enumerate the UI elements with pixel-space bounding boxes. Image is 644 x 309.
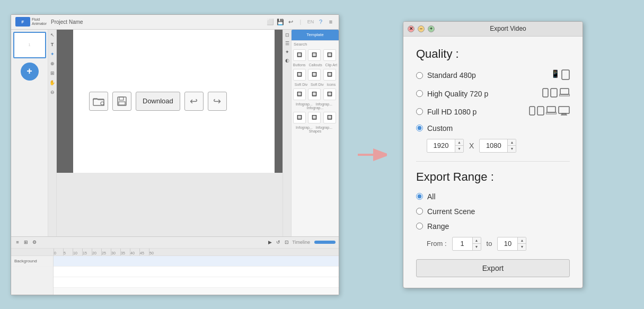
dialog-close-button[interactable]: ✕ <box>408 25 414 32</box>
asset-item[interactable]: 🔲 <box>293 89 306 100</box>
dialog-title: Export Video <box>438 25 578 32</box>
crop-icon[interactable]: ⊞ <box>49 70 56 76</box>
canvas-area-wrapper: Download ↩ ↪ ⊡ ☰ ✦ ◐ <box>57 30 291 236</box>
open-folder-button[interactable] <box>89 92 108 111</box>
quality-1080p-radio[interactable] <box>416 108 423 115</box>
ruler-mark: 30 <box>111 249 120 256</box>
quality-480p-radio[interactable] <box>416 72 423 79</box>
asset-item[interactable]: 🔲 <box>293 49 306 61</box>
ruler-mark: 20 <box>92 249 101 256</box>
asset-item[interactable]: 🔲 <box>323 112 336 123</box>
timeline-grid-icon[interactable]: ⊞ <box>23 239 29 245</box>
width-decrement-button[interactable]: ▼ <box>455 146 463 152</box>
quality-custom-row: Custom <box>416 124 570 133</box>
quality-custom-label: Custom <box>427 124 453 133</box>
from-decrement-button[interactable]: ▼ <box>473 244 481 250</box>
properties-icon[interactable]: ☰ <box>284 40 290 47</box>
save-button[interactable] <box>112 92 131 111</box>
height-spinners: ▲ ▼ <box>507 139 516 152</box>
new-file-icon[interactable]: ⬜ <box>267 18 274 25</box>
from-input[interactable]: 1 ▲ ▼ <box>452 237 481 251</box>
phone-icon <box>529 106 535 118</box>
dialog-titlebar: ✕ − + Export Video <box>403 22 583 37</box>
asset-item[interactable]: 🔲 <box>293 112 306 123</box>
asset-item[interactable]: 🔲 <box>308 112 321 123</box>
height-decrement-button[interactable]: ▼ <box>508 146 516 152</box>
template-tab[interactable]: Template <box>292 30 339 40</box>
height-increment-button[interactable]: ▲ <box>508 139 516 146</box>
zoom-icon[interactable]: ⊕ <box>49 60 56 67</box>
to-increment-button[interactable]: ▲ <box>518 237 526 244</box>
dialog-maximize-button[interactable]: + <box>428 25 435 32</box>
search-label: Search <box>292 41 339 48</box>
ruler-mark: 10 <box>73 249 82 256</box>
from-increment-button[interactable]: ▲ <box>473 237 481 244</box>
download-button[interactable]: Download <box>136 92 180 111</box>
range-current-radio[interactable] <box>416 208 423 215</box>
asset-section-infographics: 🔲 🔲 🔲 Infograp... Infograp... Infograp..… <box>292 87 339 110</box>
select-tool-icon[interactable]: ↖ <box>49 32 56 38</box>
width-input[interactable]: 1920 ▲ ▼ <box>427 139 464 153</box>
asset-item[interactable]: 🔲 <box>308 89 321 100</box>
quality-720p-radio[interactable] <box>416 90 423 97</box>
dialog-minimize-button[interactable]: − <box>418 25 425 32</box>
cursor-tool-icon[interactable]: ✦ <box>49 51 56 57</box>
layers-icon[interactable]: ⊡ <box>284 32 290 38</box>
hand-icon[interactable]: ✋ <box>49 80 56 86</box>
asset-item[interactable]: 🔲 <box>308 69 321 81</box>
width-increment-button[interactable]: ▲ <box>455 139 463 146</box>
quality-480p-icons: 📱 <box>551 69 570 82</box>
export-dialog: ✕ − + Export Video Quality : Standard 48… <box>403 21 583 288</box>
timeline-settings-icon[interactable]: ⚙ <box>31 239 38 245</box>
scene-thumbnail[interactable]: 1 <box>13 32 46 58</box>
to-label: to <box>487 240 492 248</box>
asset-item[interactable]: 🔲 <box>293 69 306 81</box>
to-input[interactable]: 10 ▲ ▼ <box>497 237 526 251</box>
menu-icon[interactable]: ≡ <box>327 18 334 25</box>
asset-item[interactable]: 🔲 <box>323 49 336 61</box>
zoom-out-icon[interactable]: ⊖ <box>49 89 56 95</box>
redo-button[interactable]: ↪ <box>208 92 227 111</box>
asset-section-buttons: 🔲 🔲 🔲 Buttons Callouts Clip Art <box>292 48 339 67</box>
track-row <box>54 267 339 277</box>
ruler-mark: 40 <box>130 249 139 256</box>
undo-button[interactable]: ↩ <box>184 92 204 111</box>
export-icon[interactable]: EN <box>307 18 314 25</box>
undo-icon[interactable]: ↩ <box>287 18 294 25</box>
panel-tabs: Template <box>292 30 339 41</box>
quality-custom-radio[interactable] <box>416 125 423 131</box>
help-icon[interactable]: ? <box>317 18 324 25</box>
range-all-radio[interactable] <box>416 193 423 200</box>
save-icon[interactable]: 💾 <box>277 18 284 25</box>
timeline-area: ≡ ⊞ ⚙ ▶ ↺ ⊡ Timeline 0 5 10 15 20 25 30 <box>11 236 339 295</box>
loop-icon[interactable]: ↺ <box>275 239 281 245</box>
timeline-label: Timeline <box>292 240 310 245</box>
range-custom-radio[interactable] <box>416 223 423 229</box>
color-icon[interactable]: ◐ <box>284 57 290 64</box>
tablet-icon <box>537 106 544 118</box>
laptop-icon <box>546 106 557 118</box>
play-icon[interactable]: ▶ <box>267 239 273 245</box>
tablet-icon <box>550 88 558 100</box>
asset-item[interactable]: 🔲 <box>323 69 336 81</box>
svg-rect-18 <box>546 112 557 114</box>
range-current-label: Current Scene <box>427 207 475 216</box>
zoom-fit-icon[interactable]: ⊡ <box>284 239 290 245</box>
asset-grid-1: 🔲 🔲 🔲 <box>292 48 339 63</box>
asset-item[interactable]: 🔲 <box>323 89 336 100</box>
add-scene-button[interactable]: + <box>21 63 39 81</box>
height-value: 1080 <box>480 142 507 149</box>
from-label: From : <box>427 240 447 248</box>
from-value: 1 <box>453 240 472 248</box>
quality-480p-label: Standard 480p <box>427 71 476 80</box>
effects-icon[interactable]: ✦ <box>284 49 290 55</box>
height-input[interactable]: 1080 ▲ ▼ <box>479 139 516 153</box>
asset-grid-2: 🔲 🔲 🔲 <box>292 67 339 82</box>
timeline-list-icon[interactable]: ≡ <box>14 239 21 245</box>
range-custom-label: Range <box>427 222 449 231</box>
text-tool-icon[interactable]: T <box>49 41 56 48</box>
to-decrement-button[interactable]: ▼ <box>518 244 526 250</box>
export-button[interactable]: Export <box>416 259 570 277</box>
asset-item[interactable]: 🔲 <box>308 49 321 61</box>
svg-rect-19 <box>559 107 569 113</box>
